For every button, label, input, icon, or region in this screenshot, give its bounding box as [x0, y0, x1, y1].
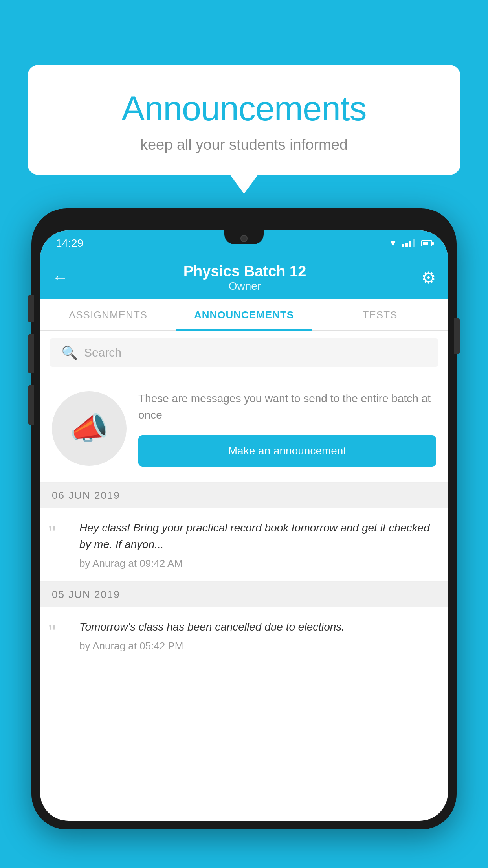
app-bar-subtitle: Owner	[68, 280, 421, 292]
quote-icon-1: "	[48, 523, 72, 543]
megaphone-icon: 📣	[70, 410, 109, 447]
search-icon: 🔍	[61, 345, 78, 360]
announcement-item-2[interactable]: " Tomorrow's class has been cancelled du…	[40, 607, 448, 664]
announcement-item-1[interactable]: " Hey class! Bring your practical record…	[40, 508, 448, 582]
phone-screen: 14:29 ▼ ← Phys	[40, 230, 448, 821]
speech-bubble: Announcements keep all your students inf…	[28, 65, 460, 175]
phone-mute-button	[28, 295, 34, 322]
announcement-prompt: 📣 These are messages you want to send to…	[40, 375, 448, 483]
announcement-message-2: Tomorrow's class has been cancelled due …	[79, 619, 436, 635]
announcement-description: These are messages you want to send to t…	[138, 390, 436, 423]
speech-bubble-subtitle: keep all your students informed	[51, 136, 437, 153]
search-container: 🔍 Search	[40, 331, 448, 375]
phone-power-button	[454, 318, 460, 354]
wifi-icon: ▼	[389, 238, 397, 248]
status-time: 14:29	[56, 237, 83, 250]
status-icons: ▼	[389, 238, 432, 248]
speech-bubble-container: Announcements keep all your students inf…	[28, 65, 460, 175]
speech-bubble-title: Announcements	[51, 88, 437, 129]
back-button[interactable]: ←	[52, 268, 68, 287]
make-announcement-button[interactable]: Make an announcement	[138, 435, 436, 467]
announcement-message-1: Hey class! Bring your practical record b…	[79, 520, 436, 553]
phone-volume-up-button	[28, 334, 34, 373]
tab-tests[interactable]: TESTS	[312, 299, 448, 331]
battery-icon	[421, 240, 432, 246]
search-placeholder: Search	[84, 346, 121, 359]
announcement-icon-circle: 📣	[52, 391, 127, 466]
date-separator-1: 06 JUN 2019	[40, 483, 448, 508]
app-bar-title-block: Physics Batch 12 Owner	[68, 263, 421, 292]
date-separator-2: 05 JUN 2019	[40, 582, 448, 607]
tab-announcements[interactable]: ANNOUNCEMENTS	[176, 299, 312, 331]
search-box[interactable]: 🔍 Search	[50, 338, 438, 367]
tab-assignments[interactable]: ASSIGNMENTS	[40, 299, 176, 331]
quote-icon-2: "	[48, 622, 72, 642]
announcement-text-2: Tomorrow's class has been cancelled due …	[79, 619, 436, 652]
announcement-text-1: Hey class! Bring your practical record b…	[79, 520, 436, 570]
phone-camera	[240, 235, 248, 242]
phone-notch	[224, 230, 264, 244]
signal-icon	[402, 239, 415, 247]
announcement-meta-2: by Anurag at 05:42 PM	[79, 640, 436, 652]
settings-icon[interactable]: ⚙	[421, 268, 436, 287]
phone-container: 14:29 ▼ ← Phys	[31, 208, 457, 868]
app-bar-title: Physics Batch 12	[68, 263, 421, 280]
announcement-right: These are messages you want to send to t…	[138, 390, 436, 467]
announcement-meta-1: by Anurag at 09:42 AM	[79, 557, 436, 570]
phone-frame: 14:29 ▼ ← Phys	[31, 208, 457, 829]
app-bar: ← Physics Batch 12 Owner ⚙	[40, 256, 448, 299]
phone-volume-down-button	[28, 385, 34, 425]
tabs-bar: ASSIGNMENTS ANNOUNCEMENTS TESTS	[40, 299, 448, 331]
